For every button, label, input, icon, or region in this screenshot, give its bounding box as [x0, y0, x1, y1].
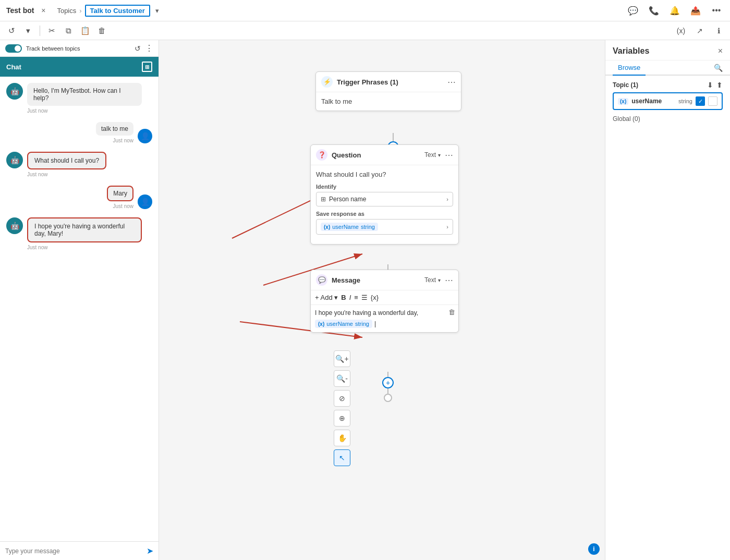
list-button[interactable]: ☰ [361, 294, 368, 301]
track-topics-toggle[interactable] [5, 44, 22, 53]
message-node-header: 💬 Message Text ▾ ⋯ [311, 270, 458, 290]
message-icon: 💬 [316, 274, 327, 286]
phone-icon-btn[interactable]: 📞 [647, 3, 661, 18]
fit-button[interactable]: ⊕ [334, 410, 350, 427]
breadcrumb-parent[interactable]: Topics [57, 7, 76, 15]
message-node-title: Message [332, 276, 420, 284]
user-bubble-1: talk to me [96, 122, 133, 136]
message-content: 🗑 I hope you're having a wonderful day, … [311, 305, 458, 332]
user-avatar-1: 👤 [138, 129, 152, 143]
top-bar: Test bot × Topics › Talk to Customer ▾ 💬… [0, 0, 730, 21]
side-tools: 🔍+ 🔍- ⊘ ⊕ ✋ ↖ [334, 350, 350, 466]
bold-button[interactable]: B [341, 294, 346, 301]
send-button[interactable]: ➤ [147, 546, 153, 556]
pan-button[interactable]: ✋ [334, 430, 350, 446]
trigger-node-menu[interactable]: ⋯ [447, 77, 456, 87]
zoom-in-button[interactable]: 🔍+ [334, 350, 350, 367]
select-button[interactable]: ↖ [334, 449, 350, 466]
italic-button[interactable]: I [349, 294, 351, 301]
tab-browse[interactable]: Browse [613, 60, 646, 76]
chat-bot-message-3: 🤖 I hope you're having a wonderful day, … [6, 217, 152, 250]
align-button[interactable]: ≡ [354, 294, 358, 301]
cut-button[interactable]: ✂ [44, 23, 59, 38]
text-badge-message[interactable]: Text ▾ [424, 276, 441, 284]
more-button[interactable]: ⋮ [145, 43, 153, 53]
identify-field[interactable]: ⊞ Person name › [316, 192, 453, 206]
save-response-field[interactable]: (x) userName string › [316, 219, 453, 235]
question-node-menu[interactable]: ⋯ [445, 150, 453, 160]
export-icon-btn[interactable]: ↗ [692, 23, 707, 38]
delete-button[interactable]: 🗑 [94, 23, 109, 38]
chat-time-3: Just now [27, 172, 106, 177]
paste-button[interactable]: 📋 [78, 23, 92, 38]
var-name-message: userName [326, 321, 353, 327]
chat-time-1: Just now [27, 108, 142, 114]
trigger-node[interactable]: ⚡ Trigger Phrases (1) ⋯ Talk to me [315, 71, 461, 111]
question-node[interactable]: ❓ Question Text ▾ ⋯ What should I call y… [310, 144, 459, 245]
share-icon-btn[interactable]: 📤 [688, 3, 703, 18]
top-icons: 💬 📞 🔔 📤 ••• [626, 3, 724, 18]
chat-user-message-2: Mary Just now 👤 [6, 186, 152, 209]
info-icon-btn[interactable]: ℹ [711, 23, 726, 38]
variable-icon-btn[interactable]: (x) [674, 23, 688, 38]
variable-row[interactable]: (x) userName string ✓ [613, 92, 723, 110]
app-close-button[interactable]: × [38, 5, 48, 16]
identify-label: Identify [316, 184, 453, 190]
bell-icon-btn[interactable]: 🔔 [667, 3, 682, 18]
chat-label: Chat [6, 63, 21, 71]
end-circle [384, 394, 392, 402]
message-variable-row: (x) userName string | [315, 320, 454, 328]
reset-view-button[interactable]: ⊘ [334, 390, 350, 407]
trigger-node-header: ⚡ Trigger Phrases (1) ⋯ [316, 72, 461, 92]
var-checkbox-unchecked[interactable] [708, 96, 717, 106]
chevron-down-icon[interactable]: ▾ [155, 7, 159, 15]
panel-close-button[interactable]: × [718, 46, 723, 56]
text-chevron-message: ▾ [438, 277, 441, 283]
search-button[interactable]: 🔍 [714, 60, 723, 75]
variable-tag-message[interactable]: (x) userName string [315, 320, 372, 328]
redo-chevron-button[interactable]: ▾ [21, 23, 35, 38]
var-name-question: userName [332, 224, 359, 230]
add-content-button[interactable]: + Add ▾ [315, 294, 338, 301]
trigger-node-title: Trigger Phrases (1) [337, 78, 443, 86]
undo-button[interactable]: ↺ [4, 23, 19, 38]
panel-title: Variables [613, 46, 649, 56]
sidebar-top-bar: Track between topics ↺ ⋮ [0, 40, 159, 57]
message-toolbar: + Add ▾ B I ≡ ☰ {x} [311, 290, 458, 305]
chat-user-message-1: talk to me Just now 👤 [6, 122, 152, 143]
copy-button[interactable]: ⧉ [61, 23, 76, 38]
canvas-area: ⚡ Trigger Phrases (1) ⋯ Talk to me + ↓ ❓… [159, 40, 605, 560]
chat-bot-message-2: 🤖 What should I call you? Just now [6, 152, 152, 177]
more-icon-btn[interactable]: ••• [709, 3, 724, 18]
var-type-message: string [355, 321, 369, 327]
app-title: Test bot [6, 6, 34, 15]
var-checkbox-checked[interactable]: ✓ [696, 96, 705, 106]
breadcrumb-current[interactable]: Talk to Customer [85, 5, 150, 17]
toolbar-separator [40, 26, 40, 36]
chat-time-2: Just now [96, 138, 133, 143]
chat-bot-message-1: 🤖 Hello, I'm MyTestbot. How can I help? … [6, 83, 152, 114]
breadcrumb-separator: › [79, 7, 81, 15]
question-node-body: What should I call you? Identify ⊞ Perso… [311, 165, 458, 244]
topic-section: Topic (1) ⬇ ⬆ (x) userName string ✓ [605, 76, 730, 115]
message-delete-button[interactable]: 🗑 [448, 308, 455, 316]
var-x-badge: (x) [618, 98, 628, 105]
message-node[interactable]: 💬 Message Text ▾ ⋯ + Add ▾ B I ≡ ☰ {x} 🗑… [310, 270, 459, 333]
text-label-message: Text [424, 276, 436, 284]
download-icon-btn[interactable]: ⬇ [707, 81, 713, 89]
chat-time-5: Just now [27, 245, 142, 250]
chat-icon-btn[interactable]: 💬 [626, 3, 640, 18]
connector-3: + [382, 372, 394, 402]
add-button-3[interactable]: + [382, 377, 394, 388]
chat-input[interactable] [5, 547, 142, 555]
info-button[interactable]: i [588, 543, 600, 555]
text-badge-question[interactable]: Text ▾ [424, 151, 441, 159]
zoom-out-button[interactable]: 🔍- [334, 370, 350, 387]
var-type-question: string [361, 224, 375, 230]
bot-bubble-3: I hope you're having a wonderful day, Ma… [27, 217, 142, 242]
sidebar-chat-header: Chat ⊞ [0, 57, 159, 77]
upload-icon-btn[interactable]: ⬆ [716, 81, 723, 89]
message-node-menu[interactable]: ⋯ [445, 275, 453, 285]
refresh-button[interactable]: ↺ [135, 44, 141, 53]
variable-insert-button[interactable]: {x} [371, 294, 379, 301]
